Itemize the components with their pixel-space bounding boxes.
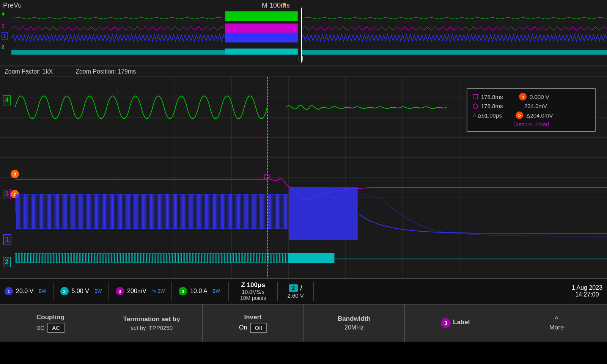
ch2-status-badge: 2 <box>60 287 69 295</box>
more-label: More <box>549 324 564 331</box>
trigger-level: 2.60 V <box>287 292 304 299</box>
zoom-factor: Zoom Factor: 1kX <box>5 68 53 75</box>
termination-sub-label: set by <box>131 325 146 331</box>
ch4-bw: BW <box>213 289 220 294</box>
preview-waveform-svg: [ ] <box>11 8 607 63</box>
invert-on-label: On <box>239 324 247 331</box>
waveform-area: 4 3 1 2 b a 178.8ms a 0.000 V 178.8ms 20… <box>0 77 607 278</box>
termination-value: TPP0250 <box>149 325 173 331</box>
more-button[interactable]: ^ More <box>506 304 607 342</box>
svg-rect-14 <box>289 253 335 263</box>
termination-label: Termination set by <box>123 315 180 323</box>
ch1-bw: BW <box>39 289 46 294</box>
invert-button[interactable]: Invert On Off <box>203 304 304 342</box>
ch1-label: 1 <box>3 234 11 245</box>
sample-rate: 10.0MS/s <box>242 289 264 295</box>
preview-ch3-label: 3 <box>2 23 5 29</box>
preview-area: PreVu M 100ms ▼ [ ] 4 3 1 2 <box>0 0 607 66</box>
status-bar: 1 20.0 V BW 2 5.00 V BW 3 200mV ^v BW 4 … <box>0 278 607 304</box>
termination-button[interactable]: Termination set by set by TPP0250 <box>101 304 203 342</box>
ch1-wave <box>15 187 607 240</box>
coupling-dc-label: DC <box>36 325 45 331</box>
date-display: 1 Aug 2023 <box>572 284 602 291</box>
ch1-status-badge: 1 <box>5 287 13 295</box>
coupling-label: Coupling <box>36 314 64 321</box>
ch4-wave <box>15 96 447 119</box>
divider-1 <box>53 282 53 301</box>
svg-rect-13 <box>289 187 358 240</box>
ch2-wave <box>15 253 607 263</box>
timebase-info: Z 100μs 10.0MS/s 10M points <box>240 281 266 301</box>
ch3-status-badge: 3 <box>116 287 124 295</box>
zoom-info-bar: Zoom Factor: 1kX Zoom Position: 179ms <box>0 66 607 77</box>
more-arrow: ^ <box>555 315 558 324</box>
main-waveform-svg <box>15 77 607 278</box>
divider-3 <box>171 282 172 301</box>
time-display: 14:27:00 <box>575 291 599 298</box>
trigger-channel-badge: 2 <box>289 284 298 292</box>
label-text: Label <box>453 318 470 326</box>
trigger-info: 2 / 2.60 V <box>287 284 304 299</box>
ch1-voltage: 20.0 V <box>16 288 33 295</box>
divider-5 <box>277 282 278 301</box>
timebase-value: Z 100μs <box>241 281 265 289</box>
ch4-status-badge: 4 <box>179 287 187 295</box>
bandwidth-value: 20MHz <box>344 324 364 331</box>
ch4-current: 10.0 A <box>190 288 207 295</box>
coupling-button[interactable]: Coupling DC AC <box>0 304 101 342</box>
label-badge: 3 <box>441 318 451 328</box>
termination-section: set by TPP0250 <box>131 325 173 331</box>
ch2-bw: BW <box>94 289 102 294</box>
zoom-position: Zoom Position: 179ms <box>75 68 136 75</box>
svg-text:[: [ <box>299 55 300 61</box>
svg-text:]: ] <box>302 55 303 61</box>
invert-section: On Off <box>239 323 267 333</box>
svg-rect-3 <box>225 11 298 21</box>
date-time-info: 1 Aug 2023 14:27:00 <box>572 284 602 298</box>
invert-off-value: Off <box>250 323 267 333</box>
divider-2 <box>109 282 109 301</box>
divider-4 <box>228 282 229 301</box>
svg-rect-7 <box>225 49 298 55</box>
coupling-ac-value: AC <box>47 323 64 333</box>
svg-rect-5 <box>225 33 298 42</box>
ch2-label: 2 <box>3 257 11 267</box>
preview-ch2-label: 2 <box>2 44 5 50</box>
preview-ch1-label: 1 <box>2 32 8 40</box>
label-button[interactable]: 3 Label <box>405 304 506 342</box>
ch3-voltage: 200mV <box>127 288 146 295</box>
bandwidth-button[interactable]: Bandwidth 20MHz <box>304 304 405 342</box>
label-section: 3 Label <box>441 318 470 328</box>
ch2-voltage: 5.00 V <box>72 288 89 295</box>
ch3-label: 3 <box>3 189 11 199</box>
trigger-slope: / <box>300 284 302 292</box>
svg-rect-8 <box>302 50 607 55</box>
ch4-label: 4 <box>3 95 11 105</box>
coupling-section: DC AC <box>36 323 65 333</box>
svg-rect-6 <box>11 50 225 55</box>
mem-points: 10M points <box>240 295 266 301</box>
bottom-button-bar: Coupling DC AC Termination set by set by… <box>0 304 607 342</box>
preview-ch4-label: 4 <box>2 11 5 17</box>
ch3-bw: ^v BW <box>152 289 165 294</box>
svg-rect-4 <box>225 24 298 33</box>
invert-label: Invert <box>244 314 261 321</box>
divider-6 <box>313 282 314 301</box>
bandwidth-label: Bandwidth <box>338 315 371 323</box>
